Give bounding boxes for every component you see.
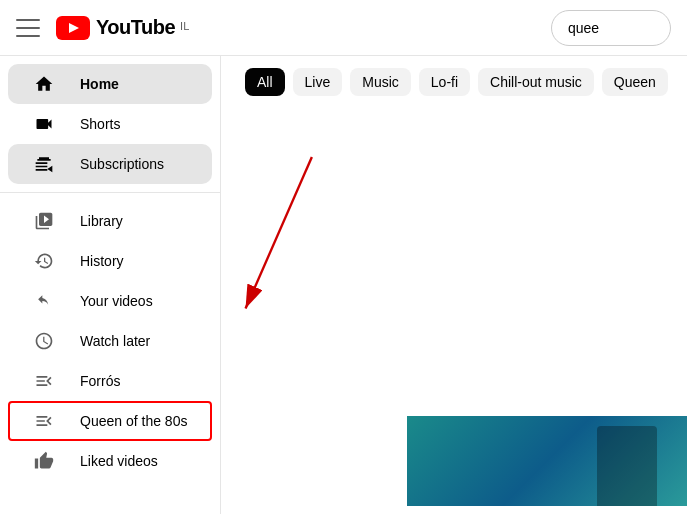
header: YouTube IL quee [0, 0, 687, 56]
history-icon [32, 249, 56, 273]
playlist-forrós-icon [32, 369, 56, 393]
sidebar-item-watch-later[interactable]: Watch later [8, 321, 212, 361]
liked-icon [32, 449, 56, 473]
sidebar-label-your-videos: Your videos [80, 293, 153, 309]
sidebar-item-forrós[interactable]: Forrós [8, 361, 212, 401]
library-icon [32, 209, 56, 233]
sidebar-label-shorts: Shorts [80, 116, 120, 132]
thumbnail-preview [407, 416, 687, 506]
thumbnail-figure [597, 426, 657, 506]
watch-later-icon [32, 329, 56, 353]
sidebar-item-subscriptions[interactable]: Subscriptions [8, 144, 212, 184]
sidebar-label-library: Library [80, 213, 123, 229]
sidebar-label-queen-80s: Queen of the 80s [80, 413, 187, 429]
youtube-logo[interactable]: YouTube IL [56, 16, 189, 40]
subscriptions-icon [32, 152, 56, 176]
shorts-icon [32, 112, 56, 136]
filter-bar: All Live Music Lo-fi Chill-out music Que… [221, 56, 687, 108]
yt-logo-icon [56, 16, 90, 40]
chip-chill[interactable]: Chill-out music [478, 68, 594, 96]
chip-queen[interactable]: Queen [602, 68, 668, 96]
main-content: All Live Music Lo-fi Chill-out music Que… [221, 56, 687, 514]
sidebar-item-queen-80s[interactable]: Queen of the 80s [8, 401, 212, 441]
main-layout: Home Shorts Subscriptions [0, 56, 687, 514]
chip-all[interactable]: All [245, 68, 285, 96]
sidebar-label-home: Home [80, 76, 119, 92]
playlist-queen-icon [32, 409, 56, 433]
sidebar: Home Shorts Subscriptions [0, 56, 220, 514]
content-area [221, 108, 687, 506]
sidebar-label-subscriptions: Subscriptions [80, 156, 164, 172]
search-value: quee [568, 20, 599, 36]
youtube-text: YouTube [96, 16, 175, 39]
sidebar-item-library[interactable]: Library [8, 201, 212, 241]
sidebar-label-history: History [80, 253, 124, 269]
chip-lofi[interactable]: Lo-fi [419, 68, 470, 96]
chip-music[interactable]: Music [350, 68, 411, 96]
sidebar-item-home[interactable]: Home [8, 64, 212, 104]
menu-button[interactable] [16, 16, 40, 40]
sidebar-item-shorts[interactable]: Shorts [8, 104, 212, 144]
sidebar-label-liked-videos: Liked videos [80, 453, 158, 469]
home-icon [32, 72, 56, 96]
sidebar-label-forrós: Forrós [80, 373, 120, 389]
sidebar-item-liked-videos[interactable]: Liked videos [8, 441, 212, 481]
sidebar-item-history[interactable]: History [8, 241, 212, 281]
chip-live[interactable]: Live [293, 68, 343, 96]
your-videos-icon [32, 289, 56, 313]
search-bar[interactable]: quee [551, 10, 671, 46]
country-code: IL [180, 20, 189, 32]
sidebar-item-your-videos[interactable]: Your videos [8, 281, 212, 321]
svg-line-3 [246, 157, 312, 309]
sidebar-divider-1 [0, 192, 220, 193]
sidebar-label-watch-later: Watch later [80, 333, 150, 349]
